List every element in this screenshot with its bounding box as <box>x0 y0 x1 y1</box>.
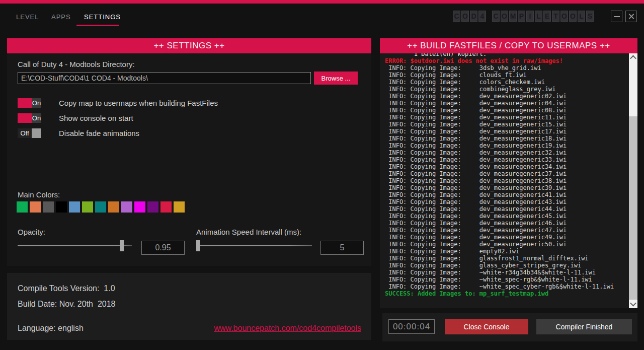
console-line: INFO: Copying Image: dev_measuregeneric3… <box>385 177 629 184</box>
color-swatch[interactable] <box>95 201 106 213</box>
title-letter: D <box>470 11 477 22</box>
console-line: INFO: Copying Image: dev_measuregeneric0… <box>385 100 629 107</box>
animation-speed-slider[interactable] <box>196 240 312 252</box>
title-letter: M <box>509 11 517 22</box>
tab-apps[interactable]: APPS <box>51 13 71 21</box>
console-line: 1 Datei(en) kopiert. <box>385 53 629 57</box>
console-line: INFO: Copying Image: combineglass_grey.i… <box>385 86 629 93</box>
console-line: INFO: Copying Image: ~white_spec_cyber-r… <box>385 283 629 290</box>
scrollbar-thumb[interactable] <box>629 116 637 300</box>
scrollbar-up-button[interactable] <box>629 53 637 62</box>
toggle-row: OnCopy map to usermaps when building Fas… <box>18 98 218 108</box>
minimize-button[interactable] <box>611 11 622 22</box>
opacity-slider-handle[interactable] <box>120 240 124 251</box>
version-text: Compile Tools Version: 1.0 <box>18 284 115 293</box>
main-colors-swatches <box>17 201 185 213</box>
console-line: INFO: Copying Image: ~white_spec-rgb&$wh… <box>385 276 629 283</box>
title-letter: C <box>492 11 500 22</box>
console-line: INFO: Copying Image: clouds_ft.iwi <box>385 72 629 79</box>
console-line: INFO: Copying Image: dev_measuregeneric4… <box>385 191 629 198</box>
console-line: INFO: Copying Image: empty02.iwi <box>385 248 629 255</box>
color-swatch[interactable] <box>108 201 119 213</box>
console-line: INFO: Copying Image: dev_measuregeneric4… <box>385 234 629 241</box>
tab-level[interactable]: LEVEL <box>16 13 39 21</box>
browse-button[interactable]: Browse ... <box>314 72 358 85</box>
toggle-list: OnCopy map to usermaps when building Fas… <box>18 98 218 143</box>
color-swatch[interactable] <box>56 201 67 213</box>
title-letter: E <box>543 11 551 22</box>
color-swatch[interactable] <box>43 201 54 213</box>
console-line: INFO: Copying Image: dev_measuregeneric0… <box>385 93 629 100</box>
app-window: LEVEL APPS SETTINGS COD4COMPILETOOLS ++ … <box>0 0 644 350</box>
settings-panel: Call of Duty 4 - Modtools Directory: Bro… <box>7 53 371 266</box>
close-button[interactable] <box>625 11 637 22</box>
build-date-text: Build Date: Nov. 20th 2018 <box>18 300 116 309</box>
toggle-label: Show console on start <box>59 114 133 122</box>
compiler-status-button[interactable]: Compiler Finished <box>536 319 632 334</box>
color-swatch[interactable] <box>69 201 80 213</box>
color-swatch[interactable] <box>174 201 185 213</box>
toggle-label: Copy map to usermaps when building FastF… <box>59 99 218 107</box>
color-swatch[interactable] <box>17 201 28 213</box>
toggle-switch[interactable]: On <box>18 98 41 108</box>
title-letter: O <box>560 11 568 22</box>
language-text: Language: english <box>18 324 84 333</box>
console-line: INFO: Copying Image: dev_measuregeneric1… <box>385 128 629 135</box>
opacity-slider[interactable] <box>18 240 132 252</box>
tab-settings[interactable]: SETTINGS <box>84 13 121 21</box>
title-letter: T <box>552 11 559 22</box>
console-output: 1 Datei(en) kopiert.ERROR: $outdoor.iwi … <box>380 53 629 297</box>
console-line: INFO: Copying Image: glass_cyber_stripes… <box>385 262 629 269</box>
animation-speed-slider-handle[interactable] <box>196 240 200 251</box>
color-swatch[interactable] <box>82 201 93 213</box>
console-line: INFO: Copying Image: dev_measuregeneric3… <box>385 163 629 170</box>
color-swatch[interactable] <box>160 201 172 213</box>
toggle-row: OffDisable fade animations <box>18 128 218 138</box>
chevron-down-icon <box>630 300 636 307</box>
color-swatch[interactable] <box>30 201 41 213</box>
console-line: INFO: Copying Image: dev_measuregeneric3… <box>385 156 629 163</box>
toggle-switch[interactable]: Off <box>18 128 41 138</box>
color-swatch[interactable] <box>147 201 158 213</box>
modtools-directory-input[interactable] <box>18 72 311 84</box>
toggle-row: OnShow console on start <box>18 113 218 123</box>
title-letter: 4 <box>478 11 486 22</box>
console-panel-header: ++ BUILD FASTFILES / COPY TO USERMAPS ++ <box>380 38 637 53</box>
opacity-label: Opacity: <box>18 228 45 236</box>
console-line: SUCCESS: Added Images to: mp_surf_testma… <box>385 290 629 297</box>
opacity-value-field[interactable]: 0.95 <box>141 241 185 255</box>
title-letter: C <box>453 11 460 22</box>
color-swatch[interactable] <box>134 201 145 213</box>
about-box: Compile Tools Version: 1.0 Build Date: N… <box>7 273 371 340</box>
console-panel: 1 Datei(en) kopiert.ERROR: $outdoor.iwi … <box>380 53 637 308</box>
console-line: INFO: Copying Image: dev_measuregeneric3… <box>385 170 629 177</box>
top-accent-strip <box>0 0 644 4</box>
console-line: INFO: Copying Image: dev_measuregeneric4… <box>385 227 629 234</box>
scrollbar-down-button[interactable] <box>629 300 637 308</box>
compile-timer: 00:00:04 <box>388 319 435 334</box>
modtools-directory-label: Call of Duty 4 - Modtools Directory: <box>18 60 135 68</box>
color-swatch[interactable] <box>121 201 132 213</box>
console-line: INFO: Copying Image: dev_measuregeneric1… <box>385 135 629 142</box>
console-line: INFO: Copying Image: dev_measuregeneric0… <box>385 107 629 114</box>
console-line: INFO: Copying Image: dev_measuregeneric4… <box>385 213 629 220</box>
console-scrollbar[interactable] <box>629 53 637 308</box>
title-letter: O <box>461 11 469 22</box>
close-console-button[interactable]: Close Console <box>445 319 528 334</box>
animation-speed-value-field[interactable]: 5 <box>320 241 364 255</box>
console-line: INFO: Copying Image: dev_measuregeneric1… <box>385 142 629 149</box>
title-letter: O <box>501 11 508 22</box>
console-line: INFO: Copying Image: dev_measuregeneric1… <box>385 121 629 128</box>
title-letter: L <box>578 11 585 22</box>
main-colors-label: Main Colors: <box>18 190 60 199</box>
animation-speed-slider-track[interactable] <box>199 245 312 246</box>
console-line: INFO: Copying Image: ~white-r34g34b34&$w… <box>385 269 629 276</box>
chevron-up-icon <box>630 55 636 62</box>
settings-panel-header: ++ SETTINGS ++ <box>7 38 371 53</box>
title-letter: O <box>569 11 577 22</box>
console-line: ERROR: $outdoor.iwi does not exist in ra… <box>385 57 629 64</box>
opacity-slider-track[interactable] <box>18 245 132 246</box>
toggle-switch[interactable]: On <box>18 113 41 123</box>
console-line: INFO: Copying Image: glassfrost1_normal_… <box>385 255 629 262</box>
website-link[interactable]: www.bouncepatch.com/cod4compiletools <box>214 324 361 333</box>
